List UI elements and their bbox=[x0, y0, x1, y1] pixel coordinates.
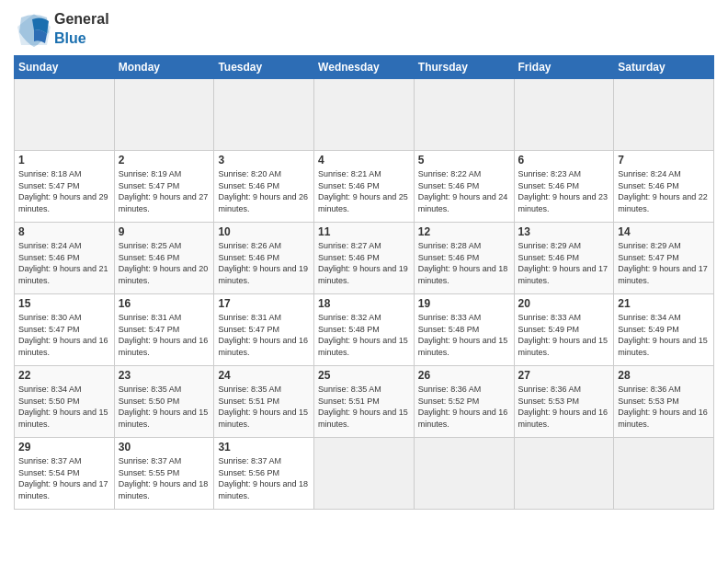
day-number: 25 bbox=[318, 369, 410, 382]
cell-info: Sunrise: 8:24 AMSunset: 5:46 PMDaylight:… bbox=[618, 169, 708, 213]
cell-info: Sunrise: 8:28 AMSunset: 5:46 PMDaylight:… bbox=[418, 241, 508, 285]
day-number: 16 bbox=[119, 297, 210, 310]
calendar-cell: 27Sunrise: 8:36 AMSunset: 5:53 PMDayligh… bbox=[514, 366, 614, 438]
day-number: 9 bbox=[119, 225, 210, 238]
cell-info: Sunrise: 8:18 AMSunset: 5:47 PMDaylight:… bbox=[18, 169, 108, 213]
weekday-header: Tuesday bbox=[214, 56, 314, 79]
calendar-cell bbox=[514, 79, 614, 151]
day-number: 19 bbox=[418, 297, 510, 310]
calendar-cell: 14Sunrise: 8:29 AMSunset: 5:47 PMDayligh… bbox=[614, 223, 714, 294]
cell-info: Sunrise: 8:35 AMSunset: 5:50 PMDaylight:… bbox=[119, 385, 209, 429]
cell-info: Sunrise: 8:23 AMSunset: 5:46 PMDaylight:… bbox=[518, 169, 609, 213]
cell-info: Sunrise: 8:21 AMSunset: 5:46 PMDaylight:… bbox=[318, 169, 408, 213]
day-number: 8 bbox=[18, 225, 110, 238]
cell-info: Sunrise: 8:34 AMSunset: 5:50 PMDaylight:… bbox=[18, 385, 108, 429]
calendar-cell bbox=[414, 438, 514, 510]
day-number: 7 bbox=[618, 154, 710, 167]
calendar-cell bbox=[614, 79, 714, 151]
calendar-cell: 13Sunrise: 8:29 AMSunset: 5:46 PMDayligh… bbox=[514, 223, 614, 294]
calendar-cell bbox=[114, 79, 214, 151]
cell-info: Sunrise: 8:37 AMSunset: 5:54 PMDaylight:… bbox=[18, 456, 108, 500]
cell-info: Sunrise: 8:35 AMSunset: 5:51 PMDaylight:… bbox=[218, 385, 308, 429]
calendar-cell: 1Sunrise: 8:18 AMSunset: 5:47 PMDaylight… bbox=[15, 151, 115, 223]
calendar-cell: 6Sunrise: 8:23 AMSunset: 5:46 PMDaylight… bbox=[514, 151, 614, 223]
calendar-cell: 26Sunrise: 8:36 AMSunset: 5:52 PMDayligh… bbox=[414, 366, 514, 438]
cell-info: Sunrise: 8:36 AMSunset: 5:52 PMDaylight:… bbox=[418, 385, 508, 429]
logo-general: General bbox=[54, 11, 109, 27]
calendar-cell: 21Sunrise: 8:34 AMSunset: 5:49 PMDayligh… bbox=[614, 294, 714, 366]
cell-info: Sunrise: 8:25 AMSunset: 5:46 PMDaylight:… bbox=[119, 241, 209, 285]
day-number: 13 bbox=[518, 225, 610, 238]
calendar-cell bbox=[414, 79, 514, 151]
cell-info: Sunrise: 8:24 AMSunset: 5:46 PMDaylight:… bbox=[18, 241, 108, 285]
calendar-week-row: 22Sunrise: 8:34 AMSunset: 5:50 PMDayligh… bbox=[15, 366, 714, 438]
cell-info: Sunrise: 8:37 AMSunset: 5:56 PMDaylight:… bbox=[218, 456, 308, 500]
calendar-cell: 23Sunrise: 8:35 AMSunset: 5:50 PMDayligh… bbox=[114, 366, 214, 438]
day-number: 30 bbox=[119, 441, 210, 454]
cell-info: Sunrise: 8:20 AMSunset: 5:46 PMDaylight:… bbox=[218, 169, 308, 213]
main-container: General Blue SundayMondayTuesdayWednesda… bbox=[0, 0, 728, 519]
calendar-cell bbox=[15, 79, 115, 151]
logo: General Blue bbox=[14, 9, 109, 48]
calendar-cell: 31Sunrise: 8:37 AMSunset: 5:56 PMDayligh… bbox=[214, 438, 314, 510]
day-number: 26 bbox=[418, 369, 510, 382]
calendar-cell bbox=[214, 79, 314, 151]
calendar-week-row: 8Sunrise: 8:24 AMSunset: 5:46 PMDaylight… bbox=[15, 223, 714, 294]
day-number: 2 bbox=[119, 154, 210, 167]
calendar-cell: 18Sunrise: 8:32 AMSunset: 5:48 PMDayligh… bbox=[314, 294, 415, 366]
day-number: 20 bbox=[518, 297, 610, 310]
calendar-cell: 2Sunrise: 8:19 AMSunset: 5:47 PMDaylight… bbox=[114, 151, 214, 223]
cell-info: Sunrise: 8:22 AMSunset: 5:46 PMDaylight:… bbox=[418, 169, 508, 213]
calendar-cell: 7Sunrise: 8:24 AMSunset: 5:46 PMDaylight… bbox=[614, 151, 714, 223]
calendar-week-row: 1Sunrise: 8:18 AMSunset: 5:47 PMDaylight… bbox=[15, 151, 714, 223]
page-header: General Blue bbox=[14, 9, 714, 48]
day-number: 27 bbox=[518, 369, 610, 382]
calendar-table: SundayMondayTuesdayWednesdayThursdayFrid… bbox=[14, 55, 714, 510]
calendar-cell: 11Sunrise: 8:27 AMSunset: 5:46 PMDayligh… bbox=[314, 223, 415, 294]
day-number: 23 bbox=[119, 369, 210, 382]
weekday-header: Wednesday bbox=[314, 56, 415, 79]
day-number: 21 bbox=[618, 297, 710, 310]
day-number: 22 bbox=[18, 369, 110, 382]
calendar-cell: 10Sunrise: 8:26 AMSunset: 5:46 PMDayligh… bbox=[214, 223, 314, 294]
cell-info: Sunrise: 8:36 AMSunset: 5:53 PMDaylight:… bbox=[618, 385, 708, 429]
cell-info: Sunrise: 8:35 AMSunset: 5:51 PMDaylight:… bbox=[318, 385, 408, 429]
logo-icon bbox=[14, 10, 51, 47]
calendar-cell: 24Sunrise: 8:35 AMSunset: 5:51 PMDayligh… bbox=[214, 366, 314, 438]
calendar-cell: 25Sunrise: 8:35 AMSunset: 5:51 PMDayligh… bbox=[314, 366, 415, 438]
cell-info: Sunrise: 8:36 AMSunset: 5:53 PMDaylight:… bbox=[518, 385, 609, 429]
day-number: 31 bbox=[218, 441, 310, 454]
calendar-cell: 3Sunrise: 8:20 AMSunset: 5:46 PMDaylight… bbox=[214, 151, 314, 223]
cell-info: Sunrise: 8:27 AMSunset: 5:46 PMDaylight:… bbox=[318, 241, 408, 285]
weekday-header: Sunday bbox=[15, 56, 115, 79]
day-number: 18 bbox=[318, 297, 410, 310]
calendar-cell: 29Sunrise: 8:37 AMSunset: 5:54 PMDayligh… bbox=[15, 438, 115, 510]
calendar-cell bbox=[314, 438, 415, 510]
calendar-cell bbox=[514, 438, 614, 510]
calendar-cell: 9Sunrise: 8:25 AMSunset: 5:46 PMDaylight… bbox=[114, 223, 214, 294]
day-number: 17 bbox=[218, 297, 310, 310]
day-number: 12 bbox=[418, 225, 510, 238]
calendar-cell: 28Sunrise: 8:36 AMSunset: 5:53 PMDayligh… bbox=[614, 366, 714, 438]
cell-info: Sunrise: 8:31 AMSunset: 5:47 PMDaylight:… bbox=[119, 313, 209, 357]
day-number: 14 bbox=[618, 225, 710, 238]
calendar-cell: 20Sunrise: 8:33 AMSunset: 5:49 PMDayligh… bbox=[514, 294, 614, 366]
calendar-header-row: SundayMondayTuesdayWednesdayThursdayFrid… bbox=[15, 56, 714, 79]
cell-info: Sunrise: 8:37 AMSunset: 5:55 PMDaylight:… bbox=[119, 456, 209, 500]
cell-info: Sunrise: 8:30 AMSunset: 5:47 PMDaylight:… bbox=[18, 313, 108, 357]
calendar-cell: 16Sunrise: 8:31 AMSunset: 5:47 PMDayligh… bbox=[114, 294, 214, 366]
weekday-header: Friday bbox=[514, 56, 614, 79]
calendar-week-row: 15Sunrise: 8:30 AMSunset: 5:47 PMDayligh… bbox=[15, 294, 714, 366]
calendar-cell: 22Sunrise: 8:34 AMSunset: 5:50 PMDayligh… bbox=[15, 366, 115, 438]
calendar-cell: 30Sunrise: 8:37 AMSunset: 5:55 PMDayligh… bbox=[114, 438, 214, 510]
day-number: 10 bbox=[218, 225, 310, 238]
day-number: 4 bbox=[318, 154, 410, 167]
cell-info: Sunrise: 8:29 AMSunset: 5:46 PMDaylight:… bbox=[518, 241, 609, 285]
calendar-week-row bbox=[15, 79, 714, 151]
calendar-cell: 19Sunrise: 8:33 AMSunset: 5:48 PMDayligh… bbox=[414, 294, 514, 366]
calendar-cell: 17Sunrise: 8:31 AMSunset: 5:47 PMDayligh… bbox=[214, 294, 314, 366]
cell-info: Sunrise: 8:19 AMSunset: 5:47 PMDaylight:… bbox=[119, 169, 209, 213]
day-number: 3 bbox=[218, 154, 310, 167]
cell-info: Sunrise: 8:26 AMSunset: 5:46 PMDaylight:… bbox=[218, 241, 308, 285]
cell-info: Sunrise: 8:32 AMSunset: 5:48 PMDaylight:… bbox=[318, 313, 408, 357]
